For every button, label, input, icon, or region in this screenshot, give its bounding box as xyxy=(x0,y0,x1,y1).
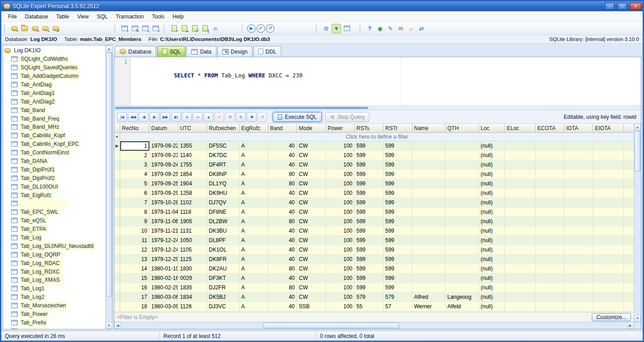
cell-iota[interactable] xyxy=(564,160,593,170)
column-header-loc[interactable]: Loc xyxy=(479,124,505,132)
cell-loc[interactable]: (null) xyxy=(479,274,505,283)
cell-eiota[interactable] xyxy=(593,255,624,264)
cell-power[interactable]: 100 xyxy=(326,179,355,189)
cell-eigrufz[interactable]: A xyxy=(239,217,268,226)
cell-recno[interactable]: 3 xyxy=(120,160,149,170)
table-row[interactable]: 121979-12-241105DK1OLA40CW100599599(null… xyxy=(114,245,634,255)
cell-qth[interactable] xyxy=(446,170,479,179)
tree-item[interactable]: Tab_DiplPrüf2 xyxy=(5,174,105,182)
cell-rstr[interactable]: 599 xyxy=(383,245,412,255)
editor-hscrollbar[interactable] xyxy=(114,106,641,110)
cell-eiota[interactable] xyxy=(593,170,624,179)
cell-loc[interactable]: (null) xyxy=(479,255,505,264)
tree-item[interactable]: Tab_eQSL xyxy=(5,216,105,225)
cell-mode[interactable]: CW xyxy=(297,189,326,198)
cell-eiota[interactable] xyxy=(593,283,624,292)
cell-band[interactable]: 80 xyxy=(268,264,297,274)
filter-toggle-icon[interactable]: ▼ xyxy=(332,24,341,33)
cell-qth[interactable] xyxy=(446,264,479,274)
cell-eloc[interactable] xyxy=(505,151,536,160)
column-header-rsts[interactable]: RSTs xyxy=(355,124,383,132)
cell-mode[interactable]: CW xyxy=(297,198,326,207)
cell-eiota[interactable] xyxy=(593,264,624,274)
cell-power[interactable]: 100 xyxy=(326,236,355,245)
cell-eloc[interactable] xyxy=(505,226,536,236)
cell-ecota[interactable] xyxy=(536,274,564,283)
cell-utc[interactable]: 0029 xyxy=(178,274,207,283)
cell-rstr[interactable]: 599 xyxy=(383,170,412,179)
cell-ecota[interactable] xyxy=(536,264,564,274)
cell-recno[interactable]: 10 xyxy=(120,226,149,236)
cell-eloc[interactable] xyxy=(505,170,536,179)
refresh-records-button[interactable]: ↻ xyxy=(236,112,246,122)
cell-datum[interactable]: 1980-01-10 xyxy=(149,264,178,274)
cell-rsts[interactable]: 599 xyxy=(355,264,383,274)
cell-eloc[interactable] xyxy=(505,236,536,245)
insert-record-button[interactable]: + xyxy=(182,112,192,122)
cell-eigrufz[interactable]: A xyxy=(239,274,268,283)
grid-scroll-down-icon[interactable]: ▼ xyxy=(634,315,641,322)
cell-band[interactable]: 40 xyxy=(268,207,297,217)
tree-item[interactable]: Tab_Log1 xyxy=(5,284,105,293)
cell-recno[interactable]: 4 xyxy=(120,170,149,179)
cell-loc[interactable]: (null) xyxy=(479,207,505,217)
cell-rstr[interactable]: 599 xyxy=(383,207,412,217)
column-header-iota[interactable]: IOTA xyxy=(564,124,593,132)
cell-power[interactable]: 100 xyxy=(326,226,355,236)
cell-name[interactable] xyxy=(412,274,446,283)
cell-eigrufz[interactable]: A xyxy=(239,151,268,160)
scroll-down-icon[interactable]: ▼ xyxy=(106,322,113,329)
cell-rstr[interactable]: 599 xyxy=(383,226,412,236)
menu-table[interactable]: Table xyxy=(52,12,73,21)
close-database-icon[interactable]: × xyxy=(30,24,40,33)
cell-eigrufz[interactable]: A xyxy=(239,264,268,274)
cell-loc[interactable]: (null) xyxy=(479,170,505,179)
cell-qth[interactable] xyxy=(446,236,479,245)
design-table-icon[interactable]: ✎ xyxy=(130,24,140,33)
cell-mode[interactable]: CW xyxy=(297,283,326,292)
cell-rufzeichen[interactable]: DL1YQ xyxy=(207,179,239,189)
cell-iota[interactable] xyxy=(564,141,593,151)
cell-utc[interactable]: 1258 xyxy=(178,189,207,198)
cell-utc[interactable]: 1105 xyxy=(178,245,207,255)
next-record-button[interactable]: ▶ xyxy=(149,112,159,122)
cell-recno[interactable]: 8 xyxy=(120,207,149,217)
table-row[interactable]: 181980-03-091126DJ3VCA40SSB1005557Werner… xyxy=(114,302,634,311)
sql-code-area[interactable]: SELECT * FROM Tab_Log WHERE DXCC = 230 xyxy=(131,57,641,105)
cell-rstr[interactable]: 599 xyxy=(383,189,412,198)
cell-datum[interactable]: 1980-03-09 xyxy=(149,302,178,311)
cell-iota[interactable] xyxy=(564,217,593,226)
cell-recno[interactable]: 17 xyxy=(120,292,149,302)
cell-rstr[interactable]: 599 xyxy=(383,179,412,189)
cell-band[interactable]: 40 xyxy=(268,160,297,170)
cell-band[interactable]: 80 xyxy=(268,283,297,292)
cell-band[interactable]: 40 xyxy=(268,245,297,255)
cell-rstr[interactable]: 599 xyxy=(383,151,412,160)
cell-eiota[interactable] xyxy=(593,141,624,151)
cell-iota[interactable] xyxy=(564,245,593,255)
open-sql-file-icon[interactable]: ▸ xyxy=(180,24,189,33)
cell-rufzeichen[interactable]: DK8NP xyxy=(207,170,239,179)
menu-tools[interactable]: Tools xyxy=(148,12,168,21)
cell-utc[interactable]: 1834 xyxy=(178,292,207,302)
cell-ecota[interactable] xyxy=(536,160,564,170)
cell-ecota[interactable] xyxy=(536,151,564,160)
cell-eigrufz[interactable]: A xyxy=(239,141,268,151)
cell-eloc[interactable] xyxy=(505,283,536,292)
tab-ddl[interactable]: DDL xyxy=(253,46,281,57)
cell-qth[interactable] xyxy=(446,189,479,198)
cell-rufzeichen[interactable]: DK8FR xyxy=(207,255,239,264)
cell-utc[interactable]: 1835 xyxy=(178,283,207,292)
cell-eigrufz[interactable]: A xyxy=(239,160,268,170)
tree-item[interactable]: Tab_Prefix xyxy=(5,319,105,327)
cell-eloc[interactable] xyxy=(505,255,536,264)
cell-rufzeichen[interactable]: DK9HU xyxy=(207,189,239,198)
cell-mode[interactable]: CW xyxy=(297,207,326,217)
menu-view[interactable]: View xyxy=(73,12,93,21)
table-row[interactable]: 101979-11-211131DK3BUA40CW100599599(null… xyxy=(114,226,634,236)
sql-editor[interactable]: 1 SELECT * FROM Tab_Log WHERE DXCC = 230 xyxy=(114,57,641,106)
cell-mode[interactable]: CW xyxy=(297,217,326,226)
cell-iota[interactable] xyxy=(564,283,593,292)
cell-eiota[interactable] xyxy=(593,217,624,226)
tree-root[interactable]: Log DK1IO xyxy=(5,46,105,55)
